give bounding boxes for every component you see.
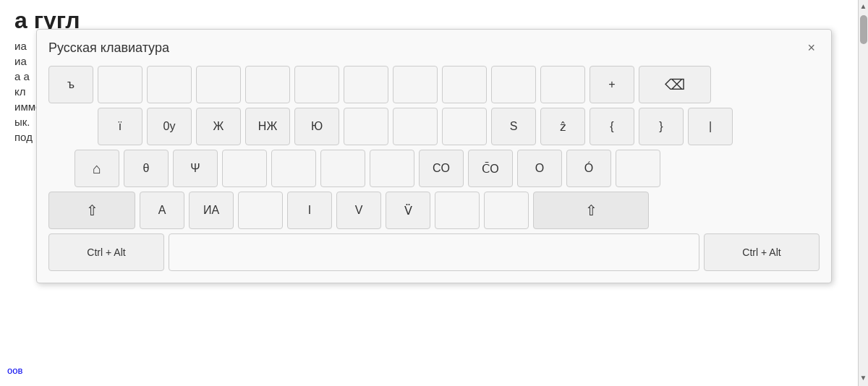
key-r1-2[interactable] xyxy=(98,66,142,103)
keyboard-title: Русская клавиатура xyxy=(48,40,169,56)
key-r1-6[interactable] xyxy=(294,66,339,103)
key-co[interactable]: CO xyxy=(419,150,464,187)
key-ctrl-left[interactable]: Ctrl + Alt xyxy=(48,233,164,271)
key-rbrace[interactable]: } xyxy=(639,108,684,145)
keyboard-header: Русская клавиатура × xyxy=(48,40,820,56)
key-ia[interactable]: ИА xyxy=(189,192,234,229)
bg-line-8: оов xyxy=(7,365,22,376)
scroll-thumb[interactable] xyxy=(860,15,867,44)
key-a[interactable]: A xyxy=(140,192,184,229)
key-r1-8[interactable] xyxy=(393,66,438,103)
key-yu[interactable]: Ю xyxy=(294,108,339,145)
key-z-hat[interactable]: ẑ xyxy=(540,108,585,145)
key-i[interactable]: I xyxy=(287,192,332,229)
key-r2-7[interactable] xyxy=(393,108,438,145)
scroll-down-arrow[interactable]: ▼ xyxy=(858,372,868,384)
key-circle[interactable]: O xyxy=(517,150,562,187)
key-theta[interactable]: θ xyxy=(124,150,169,187)
key-shift-left[interactable]: ⇧ xyxy=(48,192,135,229)
key-r1-9[interactable] xyxy=(442,66,487,103)
key-psi[interactable]: Ψ xyxy=(173,150,218,187)
key-r1-7[interactable] xyxy=(344,66,388,103)
key-r1-3[interactable] xyxy=(147,66,192,103)
key-soft-sign[interactable]: ъ xyxy=(48,66,93,103)
key-r4-9[interactable] xyxy=(484,192,529,229)
key-home[interactable]: ⌂ xyxy=(75,150,119,187)
key-r1-11[interactable] xyxy=(540,66,585,103)
key-yi[interactable]: ї xyxy=(98,108,142,145)
key-nzhe[interactable]: НЖ xyxy=(245,108,290,145)
key-r3-4[interactable] xyxy=(222,150,267,187)
key-plus[interactable]: + xyxy=(590,66,634,103)
key-r2-6[interactable] xyxy=(344,108,388,145)
scrollbar[interactable]: ▲ ▼ xyxy=(858,0,868,386)
key-r4-4[interactable] xyxy=(238,192,283,229)
key-0y[interactable]: 0у xyxy=(147,108,192,145)
key-r4-8[interactable] xyxy=(435,192,480,229)
key-o-acute[interactable]: Ó xyxy=(566,150,611,187)
shift-right-icon: ⇧ xyxy=(585,202,597,219)
key-r2-8[interactable] xyxy=(442,108,487,145)
key-row-1: ъ + ⌫ xyxy=(48,66,820,103)
key-lbrace[interactable]: { xyxy=(590,108,634,145)
close-button[interactable]: × xyxy=(803,40,820,56)
key-r3-5[interactable] xyxy=(271,150,316,187)
key-backspace[interactable]: ⌫ xyxy=(639,66,711,103)
key-r3-6[interactable] xyxy=(320,150,365,187)
keyboard-overlay: Русская клавиатура × ъ + ⌫ ї 0у Ж НЖ Ю xyxy=(36,29,832,283)
scroll-up-arrow[interactable]: ▲ xyxy=(858,0,868,12)
key-space[interactable] xyxy=(169,233,699,271)
key-r3-7[interactable] xyxy=(370,150,414,187)
key-v-diaeresis[interactable]: V̈ xyxy=(386,192,430,229)
key-ctrl-right[interactable]: Ctrl + Alt xyxy=(704,233,820,271)
key-r3-12[interactable] xyxy=(616,150,660,187)
key-co-bar[interactable]: C̄O xyxy=(468,150,513,187)
key-r1-10[interactable] xyxy=(491,66,536,103)
key-row-3: ⌂ θ Ψ CO C̄O O Ó xyxy=(48,150,820,187)
key-shift-right[interactable]: ⇧ xyxy=(533,192,649,229)
key-pipe[interactable]: | xyxy=(688,108,733,145)
keyboard-rows: ъ + ⌫ ї 0у Ж НЖ Ю S ẑ { } xyxy=(48,66,820,271)
key-zhe[interactable]: Ж xyxy=(196,108,241,145)
key-row-2: ї 0у Ж НЖ Ю S ẑ { } | xyxy=(48,108,820,145)
key-r1-5[interactable] xyxy=(245,66,290,103)
key-row-5: Ctrl + Alt Ctrl + Alt xyxy=(48,233,820,271)
key-r1-4[interactable] xyxy=(196,66,241,103)
key-v[interactable]: V xyxy=(336,192,381,229)
key-s[interactable]: S xyxy=(491,108,536,145)
shift-left-icon: ⇧ xyxy=(86,202,98,219)
key-row-4: ⇧ A ИА I V V̈ ⇧ xyxy=(48,192,820,229)
